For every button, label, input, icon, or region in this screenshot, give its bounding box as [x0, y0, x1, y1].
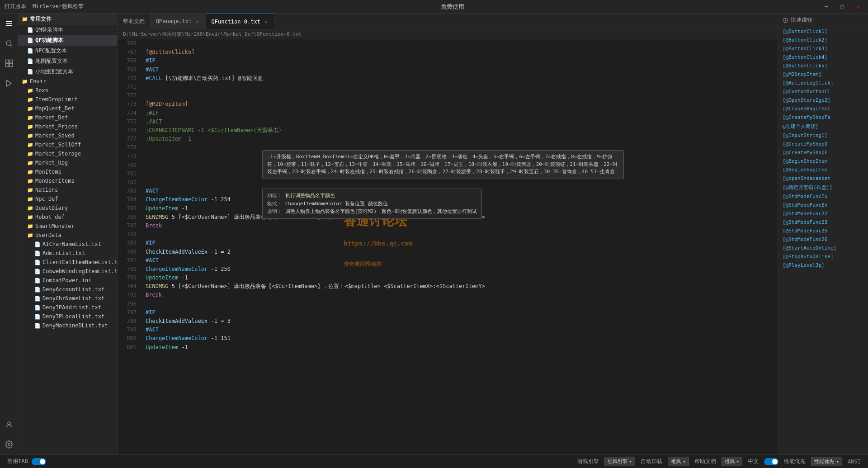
code-line	[146, 39, 772, 48]
code-line: #ACT	[146, 326, 772, 334]
right-panel-item[interactable]: [@ButtonClick4]	[778, 53, 868, 61]
right-panel-item[interactable]: [@StdModeFuncEx	[778, 192, 868, 201]
right-panel-item[interactable]: [@CustomButtonCl	[778, 87, 868, 96]
tree-item[interactable]: 📄AdminList.txt	[18, 249, 117, 258]
tree-item[interactable]: 📄QF功能脚本	[18, 35, 117, 46]
tree-item[interactable]: 📁MonUserItems	[18, 176, 117, 185]
tab-qfunction-label: QFunction-0.txt	[212, 19, 260, 25]
code-area[interactable]: [@ButtonClick5]#IF#ACT#CALL [\功能脚本\自动买药.…	[140, 39, 778, 454]
tree-item[interactable]: 📄QM登录脚本	[18, 25, 117, 35]
tree-item[interactable]: 📄AICharNameList.txt	[18, 240, 117, 249]
tab-toggle[interactable]	[32, 458, 46, 465]
tab-qfunction[interactable]: QFunction-0.txt ✕	[206, 14, 274, 29]
close-btn[interactable]: ✕	[853, 3, 863, 11]
right-panel-item[interactable]: [@StdModeFunc22	[778, 209, 868, 218]
tree-item[interactable]: 📁MapQuest_Def	[18, 104, 117, 113]
tree-item[interactable]: 📄CobwebWindingItemList.txt	[18, 267, 117, 276]
tab-qmanage-close[interactable]: ✕	[194, 19, 200, 24]
tree-item[interactable]: 📁Market_Prices	[18, 122, 117, 131]
bottom-bar: 禁用TAB 游戏引擎 强风引擎 ▾ 自动加载 祖风 ▾ 帮助文档 祖风 ▾ 中文…	[0, 454, 868, 468]
file-icon: 📄	[34, 296, 41, 302]
right-panel-item[interactable]: [@InputString1]	[778, 131, 868, 140]
right-panel-item[interactable]: [@BeginShopItem	[778, 157, 868, 165]
main-container: 📁 常用文件 📄QM登录脚本📄QF功能脚本📄NPC配置文本📄地图配置文本📄小地图…	[0, 14, 868, 454]
tree-item[interactable]: 📄DenyAccountList.txt	[18, 285, 117, 294]
tree-item[interactable]: 📄CombatPower.ini	[18, 276, 117, 285]
code-line: ;#IF	[146, 109, 772, 118]
tree-item[interactable]: 📁Boxs	[18, 86, 117, 95]
sidebar-extensions-icon[interactable]	[3, 57, 15, 70]
tree-item[interactable]: 📁Robot_def	[18, 213, 117, 222]
right-panel-item[interactable]: [@ButtonClick5]	[778, 61, 868, 70]
right-panel-item[interactable]: [@StopAutoOnline]	[778, 252, 868, 261]
perf-dropdown[interactable]: 性能优先 ▾	[811, 457, 842, 466]
help-file-dropdown[interactable]: 祖风 ▾	[722, 457, 743, 466]
sidebar-settings-icon[interactable]	[3, 438, 15, 451]
tree-item-label: CombatPower.ini	[42, 277, 91, 284]
tree-item[interactable]: 📄DenyIPLocalList.txt	[18, 312, 117, 321]
right-panel-item[interactable]: [@ButtonClick2]	[778, 36, 868, 44]
tree-item[interactable]: 📁Market_SellOff	[18, 140, 117, 149]
game-engine-dropdown[interactable]: 强风引擎 ▾	[604, 457, 636, 466]
tree-item[interactable]: 📁Envir	[18, 77, 117, 86]
tab-qmanage[interactable]: QManage.txt ✕	[151, 14, 206, 29]
sidebar-user-icon[interactable]	[3, 418, 15, 431]
tree-item[interactable]: 📁UserData	[18, 231, 117, 240]
tree-item[interactable]: 📁Market_Saved	[18, 131, 117, 140]
lang-toggle[interactable]	[764, 458, 778, 465]
auto-add-chevron: ▾	[683, 459, 686, 464]
right-panel-item[interactable]: [@StdModeFunc23	[778, 218, 868, 227]
tree-item[interactable]: 📄DenyIPAddrList.txt	[18, 303, 117, 312]
tree-item[interactable]: 📁ItemDropLimit	[18, 95, 117, 104]
tree-item[interactable]: 📄小地图配置文本	[18, 66, 117, 77]
tree-item[interactable]: 📁Market_Def	[18, 113, 117, 122]
minimize-btn[interactable]: ─	[821, 3, 831, 11]
right-panel-item[interactable]: @创建个人商店]	[778, 122, 868, 131]
tooltip-popup: -1=升级框，BoxItem0-BoxItem31=自定义OK框，0=盔甲，1=…	[262, 150, 624, 179]
tree-item[interactable]: 📁Market_Storage	[18, 149, 117, 158]
right-panel-item[interactable]: [@ClosedBagItemC	[778, 104, 868, 113]
right-panel-item[interactable]: [@CreateMyShopF	[778, 148, 868, 157]
right-panel-item[interactable]: [@ButtonClick1]	[778, 27, 868, 36]
right-panel-item[interactable]: [@BeginShopItem	[778, 165, 868, 174]
right-panel-item[interactable]: [@ButtonClick3]	[778, 44, 868, 53]
tree-item[interactable]: 📁Market_Upg	[18, 158, 117, 167]
auto-add-dropdown[interactable]: 祖风 ▾	[668, 457, 689, 466]
tree-item[interactable]: 📄DenyMachineDList.txt	[18, 321, 117, 330]
sidebar-run-icon[interactable]	[3, 77, 15, 90]
tree-item[interactable]: 📄ClientEatItemNameList.txt	[18, 258, 117, 267]
tree-item[interactable]: 📄NPC配置文本	[18, 46, 117, 56]
maximize-btn[interactable]: □	[837, 3, 848, 11]
tree-item[interactable]: 📁Npc_Def	[18, 194, 117, 203]
tab-helper[interactable]: 帮助文档	[118, 14, 151, 29]
tree-item[interactable]: 📄DenyChrNameList.txt	[18, 294, 117, 303]
tree-item[interactable]: 📄地图配置文本	[18, 56, 117, 66]
file-icon: 📄	[34, 278, 41, 284]
right-panel-item[interactable]: [@CreateMyShopO	[778, 140, 868, 148]
tree-item[interactable]: 📁Nations	[18, 185, 117, 194]
right-panel-item[interactable]: [@确定开宝箱(饰盒)]	[778, 183, 868, 192]
sidebar-search-icon[interactable]	[3, 37, 15, 50]
right-panel-item[interactable]: [@StdModeFunc25	[778, 227, 868, 235]
right-panel-item[interactable]: [@M2DropItem]	[778, 70, 868, 79]
tree-item-label: DenyIPLocalList.txt	[42, 313, 104, 320]
tree-item[interactable]: 📁QuestDiary	[18, 203, 117, 213]
tooltip-func-label: 功能：	[267, 193, 282, 199]
inline-tooltip: 功能： 执行调整物品名字颜色 格式： ChangeItemNameColor 装…	[262, 189, 482, 219]
right-panel-item[interactable]: [@StdModeFunc26	[778, 235, 868, 244]
sidebar-files-icon[interactable]	[3, 17, 15, 30]
right-panel-item[interactable]: [@StartAutoOnline]	[778, 244, 868, 252]
right-panel-item[interactable]: [@openSndacasket	[778, 174, 868, 183]
right-panel-item[interactable]: [@OpenStoraIge2]	[778, 96, 868, 104]
code-line: UpdateItem -1	[146, 274, 772, 282]
tree-item[interactable]: 📁SmartMonster	[18, 222, 117, 231]
tree-item[interactable]: 📁MonItems	[18, 167, 117, 176]
open-version-btn[interactable]: 打开版本	[5, 3, 26, 10]
right-panel-item[interactable]: [@ActionLogClick]	[778, 79, 868, 87]
folder-icon: 📁	[27, 196, 33, 202]
right-panel-item[interactable]: [@StdModeFuncEx	[778, 201, 868, 209]
code-line: ChangeItemNameColor -1 151	[146, 334, 772, 343]
right-panel-item[interactable]: [@PlayLevelJp]	[778, 261, 868, 269]
right-panel-item[interactable]: [@CreateMyShopFa	[778, 113, 868, 122]
tab-qfunction-close[interactable]: ✕	[263, 19, 269, 24]
